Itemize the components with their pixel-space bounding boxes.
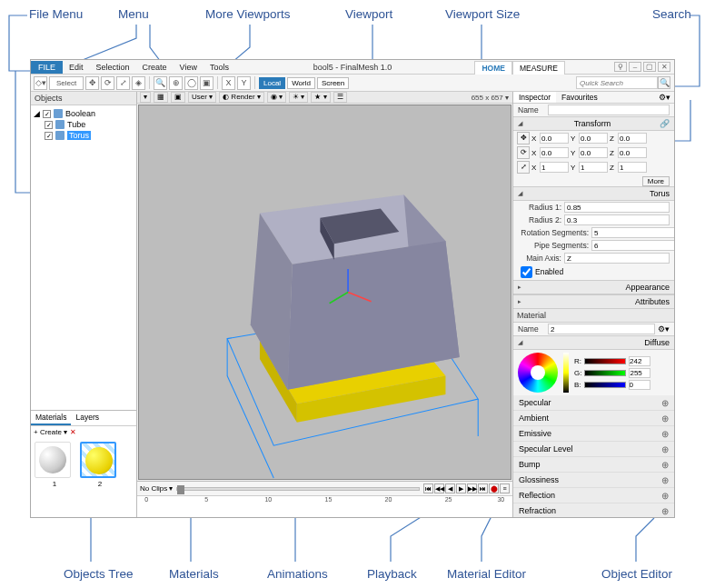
vp-dropdown-icon[interactable]: ▾ <box>140 92 151 103</box>
mainaxis-input[interactable] <box>564 253 670 264</box>
scale-icon[interactable]: ⤢ <box>517 161 530 174</box>
tab-favourites[interactable]: Favourites <box>556 92 603 103</box>
tab-measure[interactable]: MEASURE <box>512 61 565 75</box>
pos-y[interactable] <box>579 133 608 144</box>
play-fwd-icon[interactable]: ▶ <box>456 483 466 493</box>
objects-tree[interactable]: ◢✓ Boolean ✓ Tube ✓ Torus <box>31 105 136 410</box>
section-torus[interactable]: Torus <box>513 186 674 201</box>
tool-select[interactable]: Select <box>49 76 84 90</box>
section-diffuse[interactable]: Diffuse <box>513 335 674 350</box>
prop-speclevel[interactable]: Specular Level⊕ <box>513 442 674 457</box>
tool-pan[interactable]: ⊕ <box>169 76 183 90</box>
search-input[interactable] <box>576 76 658 89</box>
prop-gloss[interactable]: Glossiness⊕ <box>513 473 674 488</box>
tree-node-boolean[interactable]: ◢✓ Boolean <box>34 108 134 119</box>
vp-grid-icon[interactable]: ▦ <box>154 92 168 103</box>
name-input[interactable] <box>548 105 670 115</box>
coord-local[interactable]: Local <box>259 77 285 89</box>
r-input[interactable] <box>629 356 650 366</box>
play-next-icon[interactable]: ▶▶ <box>467 483 477 493</box>
prop-bump[interactable]: Bump⊕ <box>513 457 674 473</box>
section-attributes[interactable]: Attributes <box>513 294 674 309</box>
section-transform[interactable]: Transform🔗 <box>513 116 674 131</box>
prop-emissive[interactable]: Emissive⊕ <box>513 426 674 442</box>
scl-x[interactable] <box>540 162 569 173</box>
g-slider[interactable] <box>584 370 626 376</box>
pos-x[interactable] <box>540 133 569 144</box>
tool-transform[interactable]: ◈ <box>132 76 145 90</box>
radius1-input[interactable] <box>564 202 670 213</box>
radius2-input[interactable] <box>564 214 670 225</box>
vp-shade-icon[interactable]: ◉ ▾ <box>267 92 286 103</box>
link-icon[interactable]: 🔗 <box>660 119 670 128</box>
rot-x[interactable] <box>540 147 569 158</box>
rotseg-input[interactable] <box>591 227 674 238</box>
coord-world[interactable]: World <box>287 77 315 89</box>
material-create[interactable]: + Create ▾ <box>34 428 67 436</box>
r-slider[interactable] <box>584 358 626 364</box>
search-icon[interactable]: 🔍 <box>658 76 670 89</box>
color-wheel[interactable] <box>518 353 558 393</box>
material-delete[interactable]: ✕ <box>70 428 76 436</box>
play-menu-icon[interactable]: ≡ <box>500 483 510 493</box>
section-appearance[interactable]: Appearance <box>513 280 674 294</box>
scl-z[interactable] <box>618 162 647 173</box>
more-button[interactable]: More <box>642 176 670 186</box>
menu-tools[interactable]: Tools <box>204 61 235 74</box>
viewport[interactable] <box>138 105 511 480</box>
prop-ambient[interactable]: Ambient⊕ <box>513 411 674 426</box>
vp-render[interactable]: ◐ Render ▾ <box>219 92 264 103</box>
material-swatch-2[interactable]: 2 <box>80 442 120 488</box>
play-last-icon[interactable]: ⏭ <box>478 483 488 493</box>
clips-dropdown[interactable]: No Clips ▾ <box>140 484 173 493</box>
menu-selection[interactable]: Selection <box>90 61 136 74</box>
tool-rotate[interactable]: ⟳ <box>101 76 114 90</box>
tab-layers[interactable]: Layers <box>71 411 104 425</box>
play-first-icon[interactable]: ⏮ <box>423 483 433 493</box>
b-input[interactable] <box>629 380 650 390</box>
g-input[interactable] <box>629 368 650 378</box>
tab-inspector[interactable]: Inspector <box>513 92 556 103</box>
minimize-icon[interactable]: – <box>629 62 641 72</box>
tool-frame[interactable]: ▣ <box>200 76 213 90</box>
maximize-icon[interactable]: ▢ <box>643 62 656 72</box>
tool-move[interactable]: ✥ <box>85 76 99 90</box>
rot-z[interactable] <box>618 147 647 158</box>
b-slider[interactable] <box>584 382 626 388</box>
menu-view[interactable]: View <box>174 61 204 74</box>
prop-refraction[interactable]: Refraction⊕ <box>513 503 674 517</box>
tool-snap-y[interactable]: Y <box>237 76 251 90</box>
enabled-checkbox[interactable] <box>521 266 532 278</box>
coord-screen[interactable]: Screen <box>317 77 349 89</box>
pipeseg-input[interactable] <box>591 240 674 251</box>
menu-edit[interactable]: Edit <box>63 61 90 74</box>
close-icon[interactable]: ✕ <box>658 62 670 72</box>
tab-home[interactable]: HOME <box>474 61 512 75</box>
vp-star-icon[interactable]: ★ ▾ <box>311 92 330 103</box>
viewport-size[interactable]: 655 x 657 ▾ <box>472 94 509 102</box>
play-prev-icon[interactable]: ◀◀ <box>434 483 444 493</box>
vp-expand-icon[interactable]: ▣ <box>171 92 185 103</box>
tool-orbit[interactable]: ◯ <box>184 76 198 90</box>
timeline-slider[interactable] <box>176 487 420 491</box>
tool-zoom[interactable]: 🔍▾ <box>154 76 167 90</box>
tab-materials[interactable]: Materials <box>31 411 71 425</box>
tool-snap-x[interactable]: X <box>222 76 235 90</box>
play-back-icon[interactable]: ◀ <box>445 483 455 493</box>
tool-pointer[interactable]: ◇▾ <box>34 76 47 90</box>
play-rec-icon[interactable]: ⬤ <box>489 483 499 493</box>
vp-light-icon[interactable]: ☀ ▾ <box>289 92 308 103</box>
value-slider[interactable] <box>563 353 569 393</box>
menu-file[interactable]: FILE <box>31 61 63 74</box>
pos-z[interactable] <box>618 133 647 144</box>
material-swatch-1[interactable]: 1 <box>35 442 74 488</box>
pin-icon[interactable]: ⚲ <box>614 62 627 72</box>
gear-icon[interactable]: ⚙▾ <box>653 92 674 103</box>
mat-name-input[interactable] <box>548 324 655 334</box>
tool-scale[interactable]: ⤢ <box>116 76 130 90</box>
tree-node-torus[interactable]: ✓ Torus <box>34 130 134 141</box>
gear-icon[interactable]: ⚙▾ <box>658 324 670 334</box>
rotate-icon[interactable]: ⟳ <box>517 146 530 159</box>
vp-layout-icon[interactable]: ☰ <box>333 92 347 103</box>
menu-create[interactable]: Create <box>136 61 174 74</box>
